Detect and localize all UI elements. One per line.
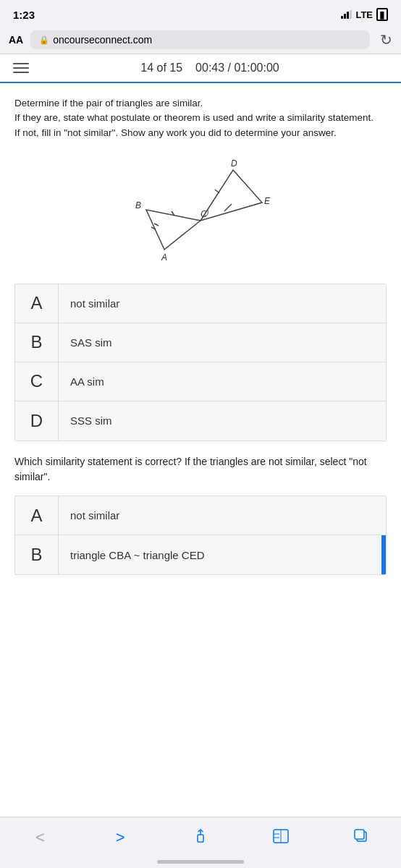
answer-letter-a1: A	[15, 284, 59, 323]
nav-bar: 14 of 15 00:43 / 01:00:00	[0, 54, 401, 83]
copy-button[interactable]	[343, 825, 379, 851]
forward-icon: >	[116, 828, 125, 847]
url-text: oncourseconnect.com	[53, 34, 152, 46]
home-indicator	[157, 860, 244, 864]
timer: 00:43 / 01:00:00	[195, 61, 279, 75]
answer-text-a1: not similar	[59, 289, 386, 318]
svg-line-10	[224, 208, 228, 211]
share-button[interactable]	[182, 825, 219, 851]
answer-text-d1: SSS sim	[59, 406, 386, 435]
svg-text:A: A	[161, 252, 167, 263]
svg-marker-7	[200, 170, 262, 221]
answer-row-b2[interactable]: B triangle CBA ~ triangle CED	[15, 535, 386, 574]
answer-letter-c1: C	[15, 362, 59, 401]
svg-rect-19	[355, 830, 364, 839]
answer-row-c1[interactable]: C AA sim	[15, 362, 386, 401]
book-icon	[272, 828, 290, 848]
svg-text:D: D	[231, 158, 237, 169]
main-content: Determine if the pair of triangles are s…	[0, 83, 401, 595]
lte-label: LTE	[355, 9, 373, 20]
forward-button[interactable]: >	[102, 825, 138, 851]
back-icon: <	[35, 828, 45, 847]
answer-section-q2: A not similar B triangle CBA ~ triangle …	[14, 495, 387, 575]
answer-section-q1: A not similar B SAS sim C AA sim D SSS s…	[14, 284, 387, 441]
battery-icon: ▮	[376, 8, 388, 21]
lock-icon: 🔒	[39, 35, 49, 45]
svg-marker-0	[146, 210, 200, 250]
book-button[interactable]	[263, 825, 299, 851]
svg-text:E: E	[264, 196, 271, 206]
triangle-diagram: A B C D E	[14, 150, 387, 266]
status-icons: LTE ▮	[341, 8, 388, 21]
answer-text-a2: not similar	[59, 501, 386, 530]
answer-letter-b1: B	[15, 323, 59, 362]
instructions-line1: Determine if the pair of triangles are s…	[14, 98, 203, 109]
answer-text-c1: AA sim	[59, 367, 386, 396]
progress-indicator: 14 of 15	[140, 61, 182, 75]
question2-section: Which similarity statement is correct? I…	[14, 454, 387, 595]
signal-icon	[341, 10, 352, 19]
share-icon	[193, 827, 208, 848]
copy-icon	[353, 828, 369, 848]
answer-letter-a2: A	[15, 496, 59, 535]
answer-text-b1: SAS sim	[59, 328, 386, 357]
svg-rect-13	[198, 835, 203, 842]
status-bar: 1:23 LTE ▮	[0, 0, 401, 26]
svg-text:C: C	[200, 209, 207, 219]
question2-text: Which similarity statement is correct? I…	[14, 454, 387, 485]
refresh-icon[interactable]: ↻	[380, 31, 392, 48]
browser-bar: AA 🔒 oncourseconnect.com ↻	[0, 26, 401, 54]
answer-letter-d1: D	[15, 401, 59, 441]
svg-line-2	[154, 224, 159, 226]
answer-row-d1[interactable]: D SSS sim	[15, 401, 386, 441]
answer-row-a2[interactable]: A not similar	[15, 496, 386, 535]
instructions-line3: If not, fill in "not similar". Show any …	[14, 127, 337, 138]
question1-instructions: Determine if the pair of triangles are s…	[14, 96, 387, 140]
answer-text-b2: triangle CBA ~ triangle CED	[59, 540, 386, 570]
status-time: 1:23	[13, 9, 35, 21]
browser-aa-button[interactable]: AA	[9, 34, 23, 46]
svg-text:B: B	[135, 200, 141, 210]
svg-line-8	[215, 190, 219, 193]
back-button[interactable]: <	[22, 825, 58, 851]
answer-row-b1[interactable]: B SAS sim	[15, 323, 386, 362]
instructions-line2: If they are, state what postulate or the…	[14, 112, 373, 123]
nav-center: 14 of 15 00:43 / 01:00:00	[30, 61, 389, 75]
url-bar[interactable]: 🔒 oncourseconnect.com	[30, 30, 370, 49]
hamburger-menu[interactable]	[12, 61, 30, 75]
svg-line-9	[228, 204, 232, 208]
answer-row-a1[interactable]: A not similar	[15, 284, 386, 323]
triangle-svg: A B C D E	[106, 152, 295, 264]
answer-letter-b2: B	[15, 535, 59, 574]
